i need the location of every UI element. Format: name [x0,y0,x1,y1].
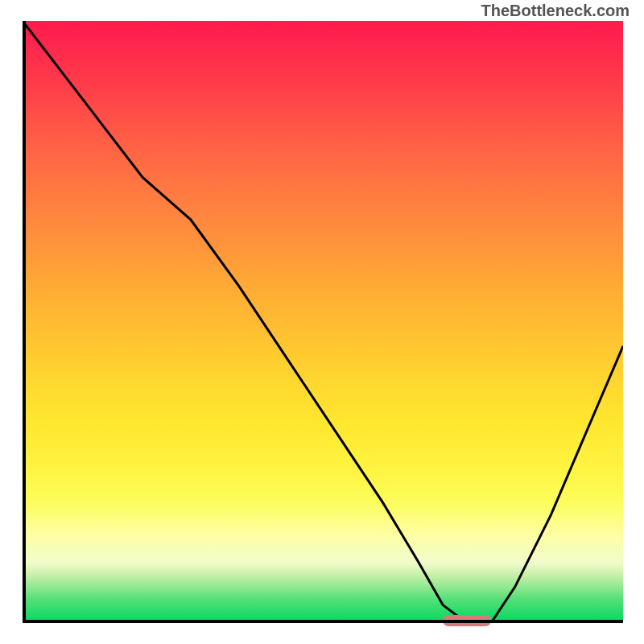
watermark-text: TheBottleneck.com [481,2,630,20]
chart-plot-area [23,21,623,623]
x-axis [23,620,623,623]
curve-svg [23,21,623,623]
y-axis [23,21,26,623]
bottleneck-curve [23,21,623,623]
